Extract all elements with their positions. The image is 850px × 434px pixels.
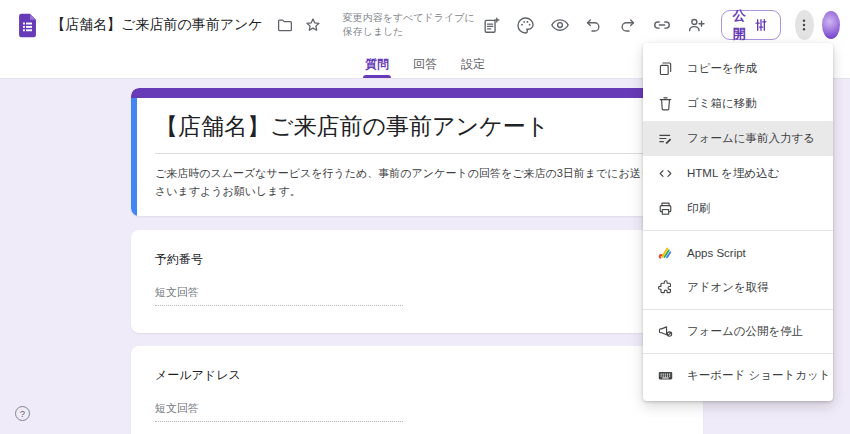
move-folder-button[interactable] [271, 11, 299, 39]
menu-item-label: キーボード ショートカット [687, 368, 831, 383]
print-icon [657, 200, 674, 217]
trash-icon [657, 95, 674, 112]
short-answer-placeholder: 短文回答 [155, 401, 403, 422]
menu-item-make-copy[interactable]: コピーを作成 [643, 51, 833, 86]
question-card[interactable]: 予約番号 短文回答 [131, 230, 703, 333]
redo-button[interactable] [611, 8, 645, 42]
menu-item-stop-publishing[interactable]: フォームの公開を停止 [643, 314, 833, 349]
person-add-icon [686, 15, 706, 35]
palette-icon [516, 16, 535, 35]
publish-settings-icon [753, 17, 769, 33]
google-forms-logo-icon[interactable] [14, 12, 41, 39]
menu-item-prefill-form[interactable]: フォームに事前入力する [643, 121, 833, 156]
menu-item-label: フォームの公開を停止 [687, 324, 803, 339]
undo-icon [584, 16, 603, 35]
tab-settings[interactable]: 設定 [449, 50, 497, 78]
form-description-input[interactable]: ご来店時のスムーズなサービスを行うため、事前のアンケートの回答をご来店の3日前ま… [155, 164, 679, 200]
add-collaborator-button[interactable] [679, 8, 713, 42]
menu-item-print[interactable]: 印刷 [643, 191, 833, 226]
tab-questions[interactable]: 質問 [353, 50, 401, 78]
redo-icon [618, 16, 637, 35]
menu-item-embed-html[interactable]: HTML を埋め込む [643, 156, 833, 191]
unpublish-icon [657, 323, 674, 340]
question-label: メールアドレス [155, 367, 679, 384]
question-card[interactable]: メールアドレス 短文回答 [131, 346, 703, 434]
form-editor-area: 【店舗名】ご来店前の事前アンケート ご来店時のスムーズなサービスを行うため、事前… [131, 88, 703, 434]
help-button[interactable]: ? [15, 406, 30, 421]
three-dot-icon [796, 17, 812, 33]
menu-divider [643, 309, 833, 310]
menu-item-label: HTML を埋め込む [687, 166, 779, 181]
menu-divider [643, 353, 833, 354]
question-label: 予約番号 [155, 251, 679, 268]
link-icon [652, 15, 672, 35]
menu-divider [643, 230, 833, 231]
form-title-card-body: 【店舗名】ご来店前の事前アンケート ご来店時のスムーズなサービスを行うため、事前… [131, 98, 703, 216]
theme-button[interactable] [509, 8, 543, 42]
publish-button[interactable]: 公開 [721, 10, 781, 40]
folder-icon [276, 16, 294, 34]
tab-responses[interactable]: 回答 [401, 50, 449, 78]
menu-item-label: コピーを作成 [687, 61, 757, 76]
menu-item-label: フォームに事前入力する [687, 131, 815, 146]
apps-script-icon [657, 244, 674, 261]
copy-icon [657, 60, 674, 77]
preview-button[interactable] [543, 8, 577, 42]
publish-label: 公開 [733, 7, 746, 43]
menu-item-label: ゴミ箱に移動 [687, 96, 757, 111]
menu-item-keyboard-shortcuts[interactable]: キーボード ショートカット [643, 358, 833, 393]
embed-code-icon [657, 165, 674, 182]
document-title[interactable]: 【店舗名】ご来店前の事前アンケ [51, 16, 263, 34]
form-title-input[interactable]: 【店舗名】ご来店前の事前アンケート [155, 111, 679, 154]
menu-item-label: アドオンを取得 [687, 280, 769, 295]
save-status: 変更内容をすべてドライブに 保存しました [343, 11, 475, 39]
more-options-button[interactable] [795, 10, 814, 40]
menu-item-apps-script[interactable]: Apps Script [643, 235, 833, 270]
link-spreadsheet-button[interactable] [475, 8, 509, 42]
copy-link-button[interactable] [645, 8, 679, 42]
theme-accent-bar [131, 88, 703, 98]
menu-item-label: 印刷 [687, 201, 710, 216]
addons-puzzle-icon [657, 279, 674, 296]
star-icon [304, 16, 322, 34]
keyboard-icon [657, 367, 674, 384]
account-avatar[interactable] [822, 11, 840, 39]
menu-item-get-addons[interactable]: アドオンを取得 [643, 270, 833, 305]
form-title-card[interactable]: 【店舗名】ご来店前の事前アンケート ご来店時のスムーズなサービスを行うため、事前… [131, 88, 703, 216]
short-answer-placeholder: 短文回答 [155, 285, 403, 306]
more-options-menu: コピーを作成 ゴミ箱に移動 フォームに事前入力する HTML を埋め込む [643, 43, 833, 401]
star-button[interactable] [299, 11, 327, 39]
eye-icon [550, 15, 570, 35]
menu-item-move-to-trash[interactable]: ゴミ箱に移動 [643, 86, 833, 121]
menu-item-label: Apps Script [687, 247, 746, 259]
undo-button[interactable] [577, 8, 611, 42]
spreadsheet-link-icon [482, 16, 501, 35]
prefill-icon [657, 130, 674, 147]
